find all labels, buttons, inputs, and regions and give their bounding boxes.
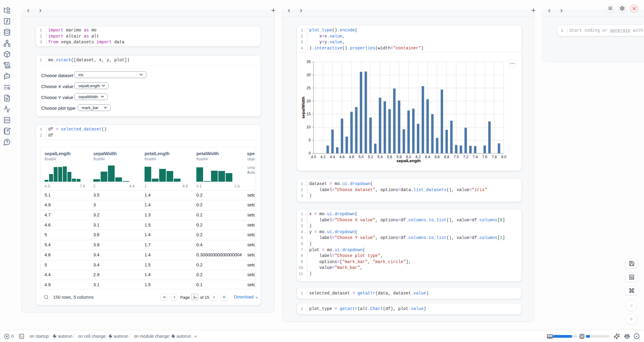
svg-text:4.8: 4.8	[349, 155, 354, 159]
svg-text:8.0: 8.0	[501, 155, 506, 159]
svg-text:10: 10	[306, 125, 311, 129]
svg-text:4.0: 4.0	[311, 155, 316, 159]
svg-text:7.2: 7.2	[463, 155, 468, 159]
svg-text:7.4: 7.4	[473, 155, 478, 159]
svg-text:7.6: 7.6	[482, 155, 487, 159]
svg-text:15: 15	[306, 112, 311, 116]
svg-text:5.4: 5.4	[377, 155, 383, 159]
svg-text:sepalLength: sepalLength	[396, 159, 421, 163]
svg-text:5.2: 5.2	[368, 155, 373, 159]
svg-text:sepalWidth: sepalWidth	[301, 97, 306, 119]
svg-text:7.0: 7.0	[454, 155, 459, 159]
svg-text:20: 20	[306, 99, 311, 103]
svg-text:35: 35	[306, 60, 311, 64]
svg-text:30: 30	[306, 73, 311, 77]
svg-text:6.8: 6.8	[444, 155, 449, 159]
svg-text:4.6: 4.6	[339, 155, 345, 159]
svg-text:5: 5	[309, 138, 311, 142]
svg-text:6.4: 6.4	[425, 155, 430, 159]
svg-text:5.0: 5.0	[359, 155, 364, 159]
svg-text:25: 25	[306, 86, 311, 90]
svg-text:4.4: 4.4	[330, 155, 335, 159]
svg-text:5.6: 5.6	[387, 155, 392, 159]
svg-text:4.2: 4.2	[320, 155, 326, 159]
svg-text:0: 0	[309, 151, 311, 155]
svg-text:7.8: 7.8	[492, 155, 497, 159]
svg-text:6.6: 6.6	[435, 155, 440, 159]
